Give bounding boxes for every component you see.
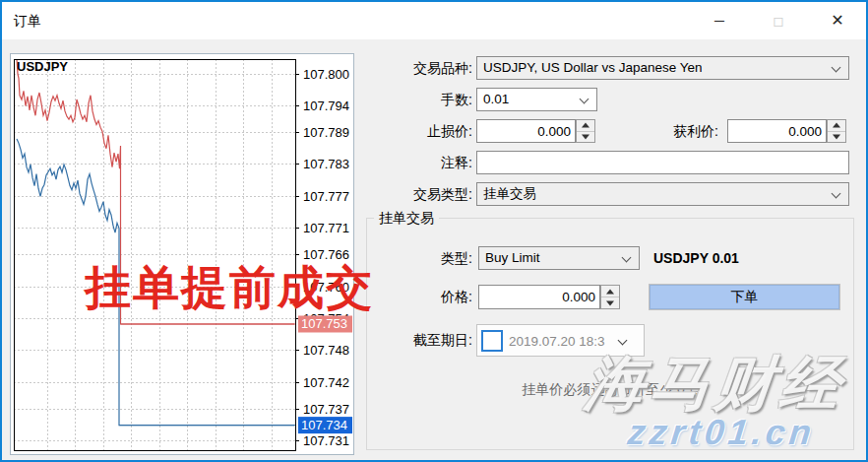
pending-order-group-label: 挂单交易 (374, 210, 439, 228)
svg-text:107.789: 107.789 (303, 125, 349, 140)
order-type-value: Buy Limit (485, 250, 540, 265)
triangle-up-icon (606, 289, 614, 294)
price-chart: 107.800107.794107.789107.783107.777107.7… (10, 53, 354, 455)
title-bar: 订单 ─ ◻ ✕ (2, 2, 866, 39)
place-order-button[interactable]: 下单 (650, 285, 839, 309)
svg-text:107.766: 107.766 (303, 247, 349, 262)
svg-text:107.742: 107.742 (303, 375, 349, 390)
take-profit-down-button[interactable] (828, 131, 845, 143)
svg-text:107.800: 107.800 (303, 67, 349, 82)
stop-loss-spinner (576, 119, 595, 143)
chart-svg: 107.800107.794107.789107.783107.777107.7… (11, 54, 353, 454)
triangle-up-icon (833, 123, 840, 128)
order-type-label: 类型: (356, 246, 472, 270)
svg-text:107.734: 107.734 (301, 418, 347, 432)
svg-text:107.777: 107.777 (303, 189, 349, 204)
svg-text:107.783: 107.783 (303, 157, 349, 171)
price-label: 价格: (356, 285, 472, 309)
pending-price-hint: 挂单价必须远离市价至少 0 点 (396, 381, 829, 399)
order-summary: USDJPY 0.01 (653, 246, 739, 270)
take-profit-label: 获利价: (602, 119, 718, 143)
svg-text:107.760: 107.760 (303, 280, 349, 295)
symbol-label: 交易品种: (356, 56, 472, 80)
stop-loss-up-button[interactable] (577, 120, 594, 131)
expiry-checkbox[interactable] (481, 330, 503, 352)
triangle-down-icon (606, 300, 614, 305)
symbol-value: USDJPY, US Dollar vs Japanese Yen (483, 60, 703, 75)
take-profit-up-button[interactable] (828, 120, 845, 131)
chevron-down-icon (618, 336, 628, 346)
svg-text:107.737: 107.737 (303, 402, 349, 417)
window-title: 订单 (14, 2, 41, 39)
chevron-down-icon (580, 95, 589, 104)
volume-value: 0.01 (483, 92, 509, 106)
expiry-field[interactable]: 2019.07.20 18:3 (476, 324, 645, 357)
price-input[interactable] (478, 285, 600, 309)
close-button[interactable]: ✕ (815, 2, 860, 39)
svg-text:107.731: 107.731 (303, 433, 349, 448)
order-dialog: 订单 ─ ◻ ✕ 107.800107.794107.789107.783107… (0, 0, 868, 462)
svg-text:107.771: 107.771 (303, 221, 349, 235)
chevron-down-icon (832, 63, 841, 73)
chevron-down-icon (832, 189, 841, 199)
volume-label: 手数: (356, 88, 472, 111)
triangle-down-icon (582, 134, 589, 139)
take-profit-input[interactable] (727, 119, 827, 143)
comment-input[interactable] (476, 151, 849, 174)
volume-select[interactable]: 0.01 (476, 88, 597, 111)
price-down-button[interactable] (601, 297, 619, 308)
expiry-value[interactable]: 2019.07.20 18:3 (509, 325, 605, 358)
svg-text:USDJPY: USDJPY (17, 59, 68, 74)
price-spinner (600, 285, 620, 309)
symbol-select[interactable]: USDJPY, US Dollar vs Japanese Yen (476, 56, 849, 80)
svg-text:107.794: 107.794 (303, 99, 349, 113)
stop-loss-input[interactable] (476, 119, 576, 143)
take-profit-spinner (827, 119, 846, 143)
chevron-down-icon (622, 253, 632, 263)
comment-label: 注释: (356, 151, 472, 174)
stop-loss-down-button[interactable] (577, 131, 594, 143)
triangle-down-icon (833, 134, 840, 139)
trade-type-value: 挂单交易 (483, 186, 536, 201)
triangle-up-icon (582, 123, 589, 128)
order-type-select[interactable]: Buy Limit (478, 246, 640, 270)
stop-loss-label: 止损价: (356, 119, 472, 143)
expiry-label: 截至期日: (356, 324, 472, 357)
svg-text:107.748: 107.748 (303, 343, 349, 358)
maximize-button[interactable]: ◻ (756, 2, 801, 39)
minimize-button[interactable]: ─ (697, 2, 742, 39)
svg-text:107.753: 107.753 (301, 316, 347, 331)
price-up-button[interactable] (601, 286, 619, 297)
trade-type-label: 交易类型: (356, 182, 472, 206)
trade-type-select[interactable]: 挂单交易 (476, 182, 849, 206)
